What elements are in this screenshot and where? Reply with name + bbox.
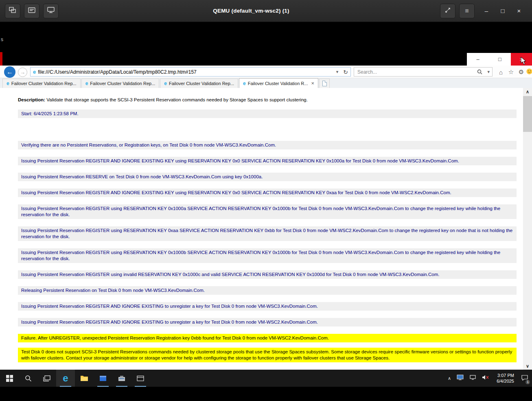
ie-navigation-bar: ← → e file:///C:/Users/Administrator/App… — [0, 66, 532, 78]
log-line: Issuing Persistent Reservation REGISTER … — [18, 226, 517, 241]
taskbar-server-manager[interactable] — [112, 370, 131, 387]
vm-displays-button[interactable] — [5, 4, 20, 18]
log-line: Issuing Persistent Reservation RESERVE o… — [18, 173, 517, 181]
log-line: Issuing Persistent Reservation REGISTER … — [18, 204, 517, 219]
forward-button[interactable]: → — [18, 68, 27, 77]
task-view-button[interactable] — [37, 370, 56, 387]
volume-muted-icon — [482, 375, 490, 382]
folder-icon — [80, 375, 88, 381]
tab-label: Failover Cluster Validation Rep... — [90, 81, 155, 86]
qemu-titlebar: QEMU (default_vm-wsc2) (1) ≡ – □ × — [0, 0, 532, 22]
displays-icon — [9, 7, 16, 15]
refresh-icon[interactable]: ↻ — [341, 69, 350, 75]
description-text: Validate that storage supports the SCSI-… — [46, 97, 308, 102]
ie-minimize-button[interactable]: – — [467, 53, 489, 66]
internet-explorer-icon: e — [63, 373, 68, 383]
favorites-button[interactable]: ☆ — [506, 68, 516, 77]
ie-tab-bar: e Failover Cluster Validation Rep... e F… — [0, 78, 532, 88]
display-icon — [457, 375, 464, 382]
address-bar[interactable]: e file:///C:/Users/Administrator/AppData… — [30, 67, 351, 77]
tab-validation-report-1[interactable]: e Failover Cluster Validation Rep... — [2, 79, 81, 88]
taskbar-app-window[interactable] — [94, 370, 112, 387]
vm-menu-button[interactable]: ≡ — [459, 4, 475, 18]
description-label: Description: — [18, 97, 45, 102]
ie-tab-icon: e — [164, 81, 167, 86]
gray-window-icon — [137, 375, 144, 381]
log-line: Issuing Persistent Reservation REGISTER … — [18, 270, 517, 279]
log-line: Issuing Persistent Reservation REGISTER … — [18, 248, 517, 263]
new-tab-icon — [322, 81, 327, 86]
tab-label: Failover Cluster Validation Rep... — [11, 81, 77, 86]
network-icon — [469, 375, 476, 382]
clock-time: 3:07 PM — [497, 373, 514, 378]
url-text: file:///C:/Users/Administrator/AppData/L… — [38, 69, 334, 75]
system-tray: ∧ 3:07 PM 6/4/2025 — [446, 370, 530, 387]
home-button[interactable]: ⌂ — [496, 68, 506, 77]
taskbar-internet-explorer[interactable]: e — [56, 370, 75, 387]
scroll-down-button[interactable]: ∨ — [523, 362, 532, 370]
tray-display-button[interactable] — [455, 370, 466, 387]
clock-date: 6/4/2025 — [497, 378, 514, 384]
tab-close-button[interactable]: × — [311, 81, 314, 86]
ie-restore-button[interactable]: □ — [489, 53, 511, 66]
log-line: Issuing Persistent Reservation REGISTER … — [18, 157, 517, 165]
qemu-close-button[interactable]: × — [511, 7, 527, 14]
server-manager-icon — [118, 375, 125, 381]
forward-icon: → — [20, 69, 25, 75]
tray-expand-button[interactable]: ∧ — [446, 370, 453, 387]
feedback-button[interactable] — [525, 68, 532, 77]
log-line: Releasing Persistent Reservation on Test… — [18, 286, 517, 295]
chevron-up-icon: ∧ — [448, 376, 451, 381]
scroll-up-button[interactable]: ∧ — [523, 88, 532, 95]
start-button[interactable] — [0, 370, 19, 387]
qemu-minimize-button[interactable]: – — [478, 7, 495, 14]
vm-devices-button[interactable] — [24, 4, 39, 18]
qemu-window-title: QEMU (default_vm-wsc2) (1) — [62, 8, 440, 14]
search-icon[interactable] — [475, 69, 485, 75]
failure-line: Test Disk 0 does not support SCSI-3 Pers… — [18, 348, 517, 362]
vertical-scrollbar[interactable]: ∧ ∨ — [523, 88, 532, 370]
tab-label: Failover Cluster Validation Rep... — [169, 81, 234, 86]
vm-fullscreen-button[interactable] — [440, 4, 455, 18]
taskbar-file-explorer[interactable] — [75, 370, 94, 387]
autocomplete-dropdown-icon[interactable]: ▾ — [334, 69, 341, 75]
blue-window-icon — [99, 375, 107, 381]
windows-logo-icon — [6, 375, 13, 382]
monitor-icon — [47, 7, 55, 15]
tray-network-button[interactable] — [467, 370, 478, 387]
tab-validation-report-3[interactable]: e Failover Cluster Validation Rep... — [160, 79, 238, 88]
ie-tab-icon: e — [243, 81, 246, 86]
description-line: Description: Validate that storage suppo… — [18, 97, 517, 103]
log-line: Verifying there are no Persistent Reserv… — [18, 141, 517, 149]
notification-badge: 1 — [525, 380, 530, 384]
taskbar: e ∧ — [0, 370, 532, 387]
start-line: Start: 6/4/2025 1:23:58 PM. — [18, 110, 517, 118]
search-input[interactable] — [354, 69, 475, 75]
log-line: Issuing Persistent Reservation REGISTER … — [18, 318, 517, 326]
action-center-button[interactable]: 1 — [519, 370, 530, 387]
devices-icon — [28, 7, 35, 15]
qemu-window: QEMU (default_vm-wsc2) (1) ≡ – □ × s – □… — [0, 0, 532, 401]
vm-monitor-button[interactable] — [43, 4, 59, 18]
taskbar-clock[interactable]: 3:07 PM 6/4/2025 — [493, 373, 517, 384]
search-dropdown-icon[interactable]: ▾ — [485, 69, 492, 75]
back-icon: ← — [7, 68, 13, 76]
smiley-icon — [526, 68, 532, 76]
tray-volume-button[interactable] — [480, 370, 492, 387]
search-box: ▾ — [354, 67, 493, 77]
new-tab-button[interactable] — [319, 79, 330, 88]
settings-icon: ⚙ — [519, 68, 524, 76]
qemu-maximize-button[interactable]: □ — [495, 7, 511, 14]
tab-validation-report-4-active[interactable]: e Failover Cluster Validation R... × — [239, 78, 318, 88]
search-icon — [25, 375, 32, 382]
expand-icon — [444, 7, 451, 15]
log-line: Issuing Persistent Reservation REGISTER … — [18, 302, 517, 311]
scrollbar-thumb[interactable] — [523, 96, 532, 132]
stray-text: s — [1, 37, 3, 42]
taskbar-app-secondary[interactable] — [131, 370, 150, 387]
back-button[interactable]: ← — [4, 66, 15, 78]
ie-tab-icon: e — [7, 81, 9, 86]
favorites-icon: ☆ — [508, 68, 514, 76]
taskbar-search-button[interactable] — [19, 370, 37, 387]
tab-validation-report-2[interactable]: e Failover Cluster Validation Rep... — [81, 79, 160, 88]
